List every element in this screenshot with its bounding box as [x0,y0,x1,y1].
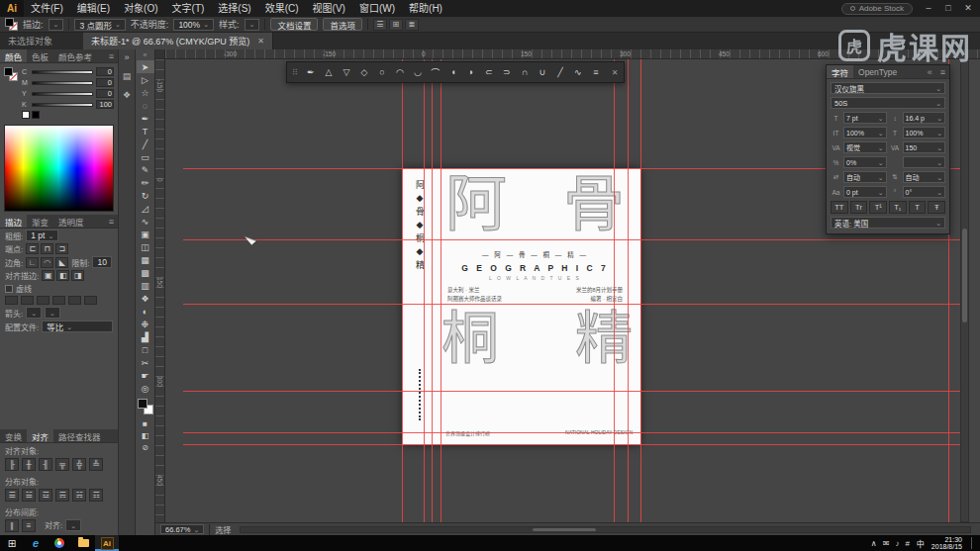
pencil-tool[interactable]: ✏ [137,176,154,189]
file-explorer-icon[interactable] [71,535,95,551]
document-setup-button[interactable]: 文档设置 [270,18,318,31]
scrollbar-thumb[interactable] [533,528,596,531]
poster-footer-left[interactable]: 世界顶级设计排行榜 [445,429,490,436]
poster-middle-block[interactable]: — 阿 — 骨 — 桐 — 精 — G E O G R A P H I C 7 … [441,249,629,304]
field-value[interactable]: 7 pt⌄ [843,112,887,124]
field-value[interactable]: 100%⌄ [843,127,887,138]
poster-caption-right[interactable]: 米兰的8月计划手册 编著 · 相宜白 [576,286,623,304]
align-object-icon[interactable]: ╬ [72,458,86,471]
shape-tool-icon[interactable]: ○ [374,64,390,80]
tray-icon[interactable]: ∧ [871,539,877,548]
color-spectrum[interactable] [4,125,114,212]
menu-item[interactable]: 效果(C) [258,0,306,17]
distribute-object-icon[interactable]: ☱ [22,489,36,502]
gradient-tool[interactable]: ▥ [137,279,154,292]
language-select[interactable]: 英语: 美国⌄ [831,217,945,229]
shape-tool-icon[interactable]: ∪ [535,64,550,80]
menu-item[interactable]: 文字(T) [165,0,212,17]
artboard[interactable]: 阿◆骨◆桐◆精 阿 骨 — 阿 — 骨 — 桐 — 精 — G E O G R … [402,168,640,445]
zoom-select[interactable]: 66.67%⌄ [160,524,204,534]
type-style-button[interactable]: TT [831,201,848,214]
rotate-tool[interactable]: ↻ [137,189,154,202]
channel-value[interactable]: 100 [96,100,114,109]
cap-icon[interactable]: ⊐ [55,243,68,254]
type-style-button[interactable]: T [909,201,927,214]
type-style-button[interactable]: Ŧ [928,201,945,214]
distribute-object-icon[interactable]: ☶ [89,489,103,502]
ruler-corner[interactable] [155,49,165,59]
zoom-tool[interactable]: ◎ [137,382,154,395]
lasso-tool[interactable]: ◌ [137,99,154,112]
panel-tab[interactable]: 路径查找器 [53,429,106,442]
maximize-button[interactable]: □ [938,0,958,17]
panel-tab[interactable]: 描边 [0,215,27,228]
hand-tool[interactable]: ☛ [137,369,154,382]
illustrator-taskbar-icon[interactable]: Ai [95,535,119,551]
align-to-select[interactable]: ⌄ [65,519,81,531]
taskbar-clock[interactable]: 21:30 2018/8/15 [931,536,962,551]
dash-field[interactable] [37,296,49,305]
blend-tool[interactable]: ◐ [137,305,154,318]
fill-swatch[interactable] [138,399,147,409]
fill-stroke-swatch[interactable] [5,18,18,31]
paintbrush-tool[interactable]: ✎ [137,163,154,176]
style-select[interactable]: ⌄ [245,19,260,31]
direct-selection-tool[interactable]: ▷ [137,73,154,86]
corner-icon[interactable]: ◠ [41,257,53,268]
arrow-start-select[interactable]: ⌄ [26,307,42,319]
menu-item[interactable]: 对象(O) [117,0,164,17]
stroke-weight-field[interactable]: 1 pt⌄ [26,230,58,241]
align-stroke-icon[interactable]: ◨ [71,270,84,281]
align-object-icon[interactable]: ╦ [55,458,69,471]
color-slider[interactable] [32,70,93,74]
scale-tool[interactable]: ◿ [137,202,154,215]
shape-tool-icon[interactable]: ◖ [445,64,461,80]
perspective-grid-tool[interactable]: ▦ [137,253,154,266]
width-tool[interactable]: ∿ [137,215,154,228]
field-value[interactable]: 自动⌄ [843,171,887,183]
shape-tool-icon[interactable]: ⊃ [499,64,515,80]
close-icon[interactable]: ✕ [612,68,619,77]
panel-tab[interactable]: 对齐 [27,429,53,442]
distribute-object-icon[interactable]: ☵ [72,489,86,502]
shape-tool-icon[interactable]: ∩ [517,64,533,80]
panel-tab[interactable]: 色板 [27,49,53,62]
panel-tab[interactable]: 变换 [0,429,27,442]
color-slider[interactable] [32,81,93,85]
dash-field[interactable] [21,296,34,305]
toolbar-mode-icon[interactable]: ■ [143,419,147,428]
horizontal-scrollbar[interactable] [240,526,971,533]
field-value[interactable]: 自动⌄ [903,171,946,183]
poster-latin-title[interactable]: G E O G R A P H I C 7 [441,263,629,273]
panel-menu-icon[interactable]: ≡ [105,49,118,62]
align-icon[interactable]: ☰ [373,19,387,31]
collapsed-panel-icon[interactable]: ❖ [123,90,131,100]
panel-tab[interactable]: 颜色参考 [53,49,97,62]
poster-big-title-bottom[interactable]: 桐 精 [441,307,633,370]
poster-char[interactable]: 骨 [563,168,625,241]
cap-icon[interactable]: ⊏ [26,243,39,254]
pen-tool[interactable]: ✒ [137,112,154,125]
drag-grip-icon[interactable]: ⠿ [292,68,298,77]
shape-tool-icon[interactable]: ▽ [339,64,354,80]
type-style-button[interactable]: T₁ [889,201,907,214]
field-value[interactable]: 0°⌄ [903,186,946,198]
menu-item[interactable]: 文件(F) [24,0,70,17]
field-value[interactable]: 16.4 p⌄ [903,112,946,124]
dashed-line-checkbox[interactable] [5,285,13,293]
channel-value[interactable]: 0 [96,78,114,87]
shape-tool-icon[interactable]: ✒ [303,64,319,80]
edge-icon[interactable]: e [24,535,48,551]
stroke-weight-select[interactable]: ⌄ [49,19,64,31]
font-style-select[interactable]: 50S⌄ [831,97,945,109]
field-value[interactable]: ⌄ [903,156,946,168]
distribute-spacing-icon[interactable]: ≡ [22,519,36,532]
shape-tool-icon[interactable]: ⊂ [481,64,497,80]
type-tool[interactable]: T [137,125,154,138]
collapsed-panel-icon[interactable]: ▤ [123,71,132,81]
start-button[interactable]: ⊞ [0,535,24,551]
toolbar-mode-icon[interactable]: ◧ [142,431,149,440]
line-tool[interactable]: ╱ [137,138,154,150]
distribute-spacing-icon[interactable]: ∥ [5,519,19,532]
align-icon[interactable]: ≣ [405,19,419,31]
